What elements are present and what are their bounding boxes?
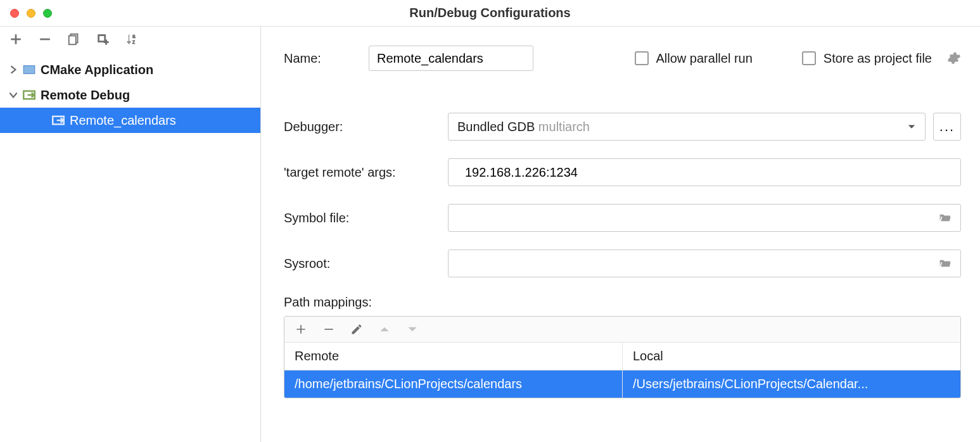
store-as-project-label: Store as project file <box>824 51 932 66</box>
debugger-label: Debugger: <box>284 120 433 134</box>
config-tree: CMake Application Remote Debug Remote_ca… <box>0 54 260 442</box>
configurations-sidebar: az CMake Application Remote Debug <box>0 27 261 442</box>
remote-debug-icon <box>52 114 65 127</box>
svg-rect-1 <box>69 36 76 45</box>
remove-config-icon[interactable] <box>38 32 52 46</box>
folder-open-icon[interactable] <box>938 211 951 225</box>
tree-node-label: CMake Application <box>41 63 153 77</box>
add-mapping-icon[interactable] <box>295 323 307 336</box>
expand-icon[interactable] <box>8 64 19 75</box>
mapping-remote: /home/jetbrains/CLionProjects/calendars <box>284 370 623 398</box>
path-mappings-label: Path mappings: <box>284 295 961 310</box>
allow-parallel-label: Allow parallel run <box>656 51 753 66</box>
remove-mapping-icon[interactable] <box>322 323 335 336</box>
close-window-button[interactable] <box>10 9 19 18</box>
folder-open-icon[interactable] <box>938 256 951 270</box>
name-input[interactable] <box>369 46 533 71</box>
window-title: Run/Debug Configurations <box>0 6 980 20</box>
config-form: Name: Allow parallel run Store as projec… <box>261 27 980 442</box>
path-mappings-headers: Remote Local <box>284 343 960 370</box>
path-mappings-table: Remote Local /home/jetbrains/CLionProjec… <box>284 316 961 398</box>
tree-node-remote-calendars[interactable]: Remote_calendars <box>0 108 260 133</box>
svg-text:a: a <box>132 34 136 39</box>
target-args-label: 'target remote' args: <box>284 165 433 180</box>
gear-icon[interactable] <box>947 51 961 65</box>
tree-node-remote-debug[interactable]: Remote Debug <box>0 82 260 108</box>
mapping-local: /Users/jetbrains/CLionProjects/Calendar.… <box>623 370 960 398</box>
move-up-icon <box>378 323 391 336</box>
sidebar-toolbar: az <box>0 27 260 54</box>
symbol-file-label: Symbol file: <box>284 211 433 225</box>
minimize-window-button[interactable] <box>27 9 35 18</box>
sysroot-input[interactable] <box>457 251 938 276</box>
move-down-icon <box>406 323 419 336</box>
remote-debug-icon <box>23 89 35 101</box>
copy-config-icon[interactable] <box>67 32 81 46</box>
tree-node-label: Remote Debug <box>41 88 130 103</box>
chevron-down-icon <box>907 122 916 131</box>
tree-node-label: Remote_calendars <box>70 113 176 128</box>
edit-mapping-icon[interactable] <box>350 323 363 336</box>
titlebar: Run/Debug Configurations <box>0 0 980 27</box>
cmake-icon <box>23 63 35 76</box>
debugger-suffix: multiarch <box>538 120 590 134</box>
svg-rect-4 <box>23 66 35 74</box>
header-remote: Remote <box>284 343 623 370</box>
save-as-template-icon[interactable] <box>96 32 110 46</box>
debugger-more-button[interactable]: ... <box>933 113 961 141</box>
svg-text:z: z <box>132 39 135 45</box>
sort-alpha-icon[interactable]: az <box>125 32 139 46</box>
collapse-icon[interactable] <box>8 89 19 101</box>
name-label: Name: <box>284 51 353 66</box>
path-mapping-row[interactable]: /home/jetbrains/CLionProjects/calendars … <box>284 370 960 398</box>
header-local: Local <box>623 343 960 370</box>
tree-node-cmake-application[interactable]: CMake Application <box>0 57 260 82</box>
debugger-select[interactable]: Bundled GDB multiarch <box>448 113 926 141</box>
target-args-input[interactable] <box>457 160 951 185</box>
zoom-window-button[interactable] <box>43 9 52 18</box>
symbol-file-input[interactable] <box>457 205 938 230</box>
sysroot-label: Sysroot: <box>284 256 433 271</box>
add-config-icon[interactable] <box>9 32 23 46</box>
debugger-value: Bundled GDB <box>457 120 535 134</box>
allow-parallel-checkbox[interactable]: Allow parallel run <box>635 51 753 66</box>
store-as-project-checkbox[interactable]: Store as project file <box>802 51 932 66</box>
